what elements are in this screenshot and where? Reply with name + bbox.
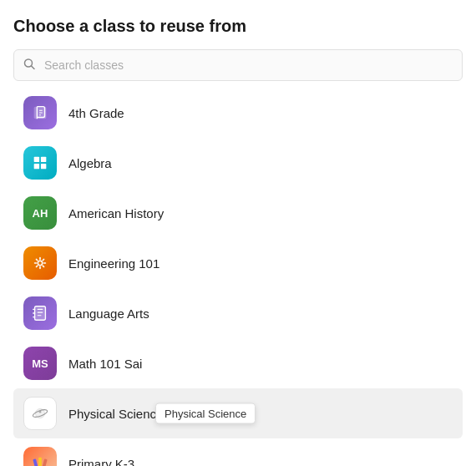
svg-rect-3: [34, 157, 39, 162]
list-item[interactable]: Engineering 101: [13, 238, 463, 288]
svg-rect-5: [34, 164, 39, 169]
class-icon: [23, 447, 57, 466]
class-name: Physical Science: [68, 407, 163, 421]
svg-point-7: [38, 261, 43, 266]
class-list: 4th Grade AlgebraAHAmerican History Engi…: [13, 88, 463, 466]
class-name: Language Arts: [68, 306, 149, 321]
list-item[interactable]: MSMath 101 Sai: [13, 338, 463, 388]
class-name: Math 101 Sai: [68, 357, 142, 371]
search-container: [13, 49, 463, 81]
class-icon: [23, 146, 57, 180]
search-icon: [23, 58, 35, 73]
list-item[interactable]: Primary K-3: [13, 438, 463, 466]
search-input[interactable]: [13, 49, 463, 81]
class-icon: [23, 246, 57, 280]
list-item[interactable]: Physical SciencePhysical Science: [13, 388, 463, 438]
page-title: Choose a class to reuse from: [13, 17, 463, 36]
class-icon: [23, 96, 57, 129]
list-item[interactable]: 4th Grade: [13, 88, 463, 138]
list-item[interactable]: Algebra: [13, 138, 463, 188]
class-icon: MS: [23, 347, 57, 380]
tooltip: Physical Science: [155, 403, 256, 424]
svg-rect-4: [41, 157, 46, 162]
class-icon: [23, 296, 57, 330]
svg-rect-15: [38, 458, 42, 466]
svg-rect-6: [41, 164, 46, 169]
class-name: Primary K-3: [68, 457, 134, 467]
svg-rect-18: [42, 458, 47, 466]
class-name: American History: [68, 206, 164, 220]
class-name: Engineering 101: [68, 256, 160, 271]
svg-rect-8: [35, 306, 46, 321]
svg-rect-17: [33, 458, 38, 466]
class-icon: AH: [23, 196, 57, 230]
class-name: 4th Grade: [68, 106, 124, 120]
list-item[interactable]: AHAmerican History: [13, 188, 463, 238]
list-item[interactable]: Language Arts: [13, 288, 463, 338]
class-name: Algebra: [68, 156, 112, 170]
svg-point-14: [39, 411, 42, 413]
class-icon: [23, 397, 57, 430]
svg-line-1: [32, 66, 35, 69]
